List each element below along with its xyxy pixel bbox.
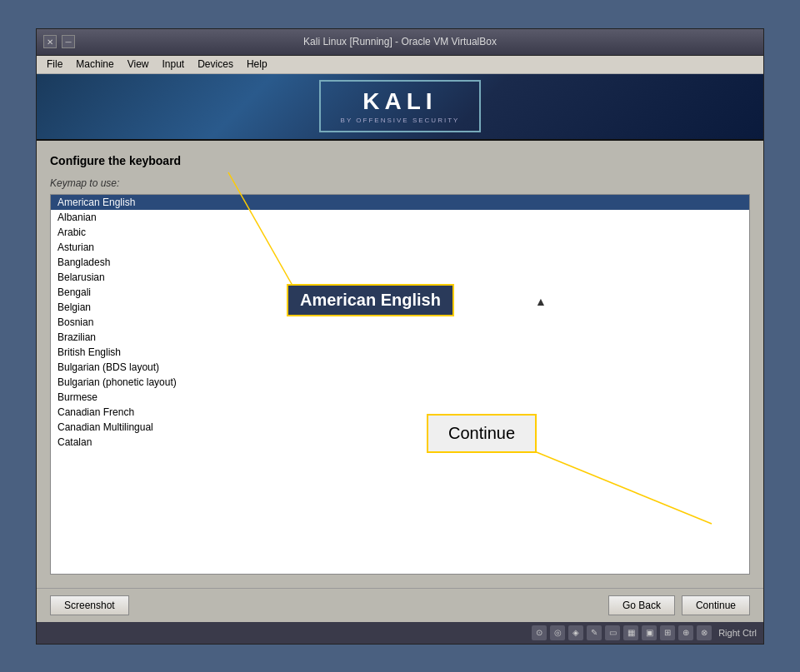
title-bar: ✕ ─ Kali Linux [Running] - Oracle VM Vir… bbox=[37, 29, 763, 56]
keymap-list-item[interactable]: Albanian bbox=[51, 210, 749, 225]
main-content: Configure the keyboard Keymap to use: Am… bbox=[37, 141, 763, 588]
go-back-button[interactable]: Go Back bbox=[608, 595, 675, 615]
status-icon-9: ⊕ bbox=[678, 625, 693, 640]
keymap-list-item[interactable]: Belarusian bbox=[51, 270, 749, 285]
virtualbox-window: ✕ ─ Kali Linux [Running] - Oracle VM Vir… bbox=[36, 28, 764, 645]
keymap-list-item[interactable]: Canadian Multilingual bbox=[51, 420, 749, 435]
continue-button[interactable]: Continue bbox=[682, 595, 750, 615]
keymap-list-item[interactable]: British English bbox=[51, 345, 749, 360]
keymap-list-container: American EnglishAlbanianArabicAsturianBa… bbox=[50, 194, 750, 575]
status-icon-6: ▦ bbox=[623, 625, 638, 640]
title-bar-buttons: ✕ ─ bbox=[43, 35, 75, 48]
status-icon-10: ⊗ bbox=[697, 625, 712, 640]
kali-tagline: BY OFFENSIVE SECURITY bbox=[341, 117, 460, 124]
kali-banner: KALI BY OFFENSIVE SECURITY bbox=[37, 74, 763, 141]
right-ctrl-label: Right Ctrl bbox=[718, 628, 757, 638]
status-icon-4: ✎ bbox=[587, 625, 602, 640]
keymap-list-item[interactable]: Asturian bbox=[51, 240, 749, 255]
keymap-list-item[interactable]: Bengali bbox=[51, 285, 749, 300]
keymap-list[interactable]: American EnglishAlbanianArabicAsturianBa… bbox=[51, 195, 749, 574]
keymap-list-item[interactable]: Canadian French bbox=[51, 405, 749, 420]
status-icon-5: ▭ bbox=[605, 625, 620, 640]
kali-logo: KALI bbox=[362, 88, 437, 115]
keymap-list-item[interactable]: Arabic bbox=[51, 225, 749, 240]
keymap-list-item[interactable]: Bulgarian (BDS layout) bbox=[51, 360, 749, 375]
menu-machine[interactable]: Machine bbox=[69, 57, 120, 72]
keymap-list-item[interactable]: Belgian bbox=[51, 300, 749, 315]
status-icon-3: ◈ bbox=[568, 625, 583, 640]
keymap-label: Keymap to use: bbox=[50, 177, 750, 189]
menu-view[interactable]: View bbox=[121, 57, 156, 72]
status-icon-8: ⊞ bbox=[660, 625, 675, 640]
keymap-list-item[interactable]: American English bbox=[51, 195, 749, 210]
status-icon-7: ▣ bbox=[642, 625, 657, 640]
menu-file[interactable]: File bbox=[40, 57, 69, 72]
status-icon-2: ◎ bbox=[550, 625, 565, 640]
kali-logo-box: KALI BY OFFENSIVE SECURITY bbox=[319, 80, 482, 132]
dialog-title: Configure the keyboard bbox=[50, 154, 750, 167]
keymap-list-item[interactable]: Bulgarian (phonetic layout) bbox=[51, 375, 749, 390]
window-title: Kali Linux [Running] - Oracle VM Virtual… bbox=[303, 36, 497, 47]
status-icon-1: ⊙ bbox=[532, 625, 547, 640]
close-button[interactable]: ✕ bbox=[43, 35, 57, 48]
minimize-button[interactable]: ─ bbox=[62, 35, 75, 48]
menu-input[interactable]: Input bbox=[156, 57, 192, 72]
menu-bar: File Machine View Input Devices Help bbox=[37, 56, 763, 74]
menu-help[interactable]: Help bbox=[240, 57, 274, 72]
nav-buttons: Go Back Continue bbox=[608, 595, 750, 615]
screenshot-button[interactable]: Screenshot bbox=[50, 595, 129, 615]
bottom-bar: Screenshot Go Back Continue bbox=[37, 588, 763, 622]
status-bar: ⊙ ◎ ◈ ✎ ▭ ▦ ▣ ⊞ ⊕ ⊗ Right Ctrl bbox=[37, 622, 763, 644]
menu-devices[interactable]: Devices bbox=[191, 57, 240, 72]
keymap-list-item[interactable]: Bangladesh bbox=[51, 255, 749, 270]
keymap-list-item[interactable]: Brazilian bbox=[51, 330, 749, 345]
keymap-list-item[interactable]: Burmese bbox=[51, 390, 749, 405]
keymap-list-item[interactable]: Bosnian bbox=[51, 315, 749, 330]
keymap-list-item[interactable]: Catalan bbox=[51, 435, 749, 450]
